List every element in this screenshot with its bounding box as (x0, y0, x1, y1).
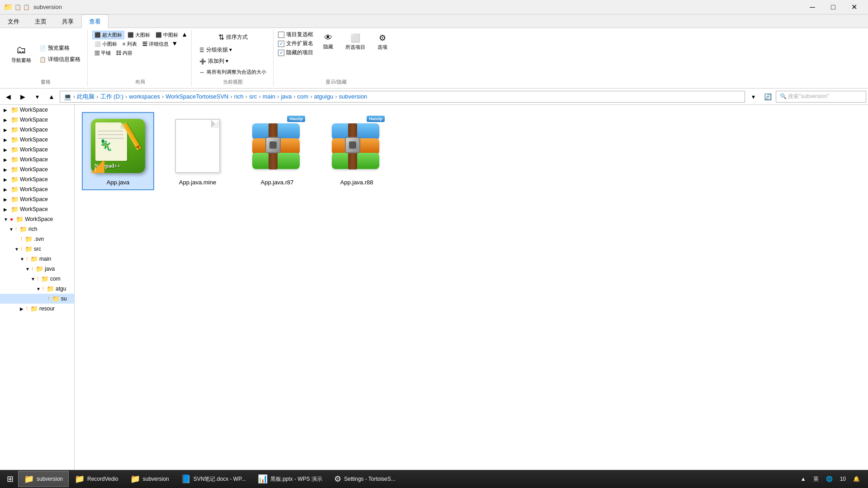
sidebar-item-rich[interactable]: ▼ ! 📁 rich (0, 224, 74, 234)
options-button[interactable]: ⚙ 选项 (371, 31, 394, 53)
hidden-items-option[interactable]: 隐藏的项目 (278, 49, 313, 56)
hide-button[interactable]: 👁 隐藏 (317, 31, 340, 52)
file-item-app-java-r87[interactable]: Haozip Ap (241, 112, 313, 190)
pane-group-label: 窗格 (41, 77, 51, 85)
taskbar-item-record[interactable]: 📁 RecordVedio (69, 471, 124, 487)
taskbar-item-subversion-2[interactable]: 📁 subversion (124, 471, 175, 487)
nav-pane-button[interactable]: 🗂 导航窗格 (7, 42, 35, 66)
arrow-icon: ▼ (36, 286, 42, 291)
sort-button[interactable]: ⇅ 排序方式 (196, 31, 269, 44)
path-main[interactable]: main (263, 93, 275, 100)
sidebar-item-src[interactable]: ▼ ! 📁 src (0, 244, 74, 254)
forward-button[interactable]: ▶ (16, 90, 29, 103)
title-bar-icons: 📁 📋 📋 (4, 3, 30, 11)
arrow-icon (42, 296, 47, 301)
arrow-icon: ▶ (20, 306, 25, 311)
title-bar: 📁 📋 📋 subversion ─ □ ✕ (0, 0, 868, 14)
tray-arrow[interactable]: ▲ (798, 476, 809, 482)
file-item-app-java[interactable]: 🦎 Notepad++ ! App.java (82, 112, 154, 190)
add-column-button[interactable]: ➕添加列 ▾ (196, 56, 269, 66)
sidebar-item-atguigu[interactable]: ▼ ! 📁 atgu (0, 284, 74, 294)
path-subversion[interactable]: subversion (339, 93, 367, 100)
view-tile[interactable]: ▦ 平铺 (92, 49, 113, 57)
arrow-icon: ▶ (4, 157, 9, 162)
folder-icon: 📁 (11, 176, 18, 183)
refresh-button[interactable]: 🔄 (761, 90, 774, 103)
sidebar-item-workspace-11[interactable]: ▶ 📁 WorkSpace (0, 204, 74, 214)
path-atguigu[interactable]: atguigu (314, 93, 333, 100)
tray-network[interactable]: 🌐 (823, 476, 835, 482)
view-list[interactable]: ≡ 列表 (120, 40, 139, 48)
path-workspace-svn[interactable]: WorkSpaceTortoiseSVN (165, 93, 228, 100)
view-details[interactable]: ☰ 详细信息 (140, 40, 171, 48)
search-box[interactable]: 🔍 搜索"subversion" (776, 91, 866, 103)
fit-columns-button[interactable]: ↔将所有列调整为合适的大小 (196, 67, 269, 77)
path-com[interactable]: com (297, 93, 309, 100)
tray-time[interactable]: 10 (837, 476, 849, 482)
taskbar-item-subversion-1[interactable]: 📁 subversion (18, 471, 69, 487)
folder-icon: 📁 (11, 136, 18, 143)
ribbon-tabs: 文件 主页 共享 查看 (0, 14, 868, 28)
file-icon-winrar-r87: Haozip (248, 117, 307, 175)
path-workspaces[interactable]: workspaces (129, 93, 160, 100)
selected-items-button[interactable]: ⬜ 所选项目 (343, 31, 368, 53)
sidebar-item-subversion[interactable]: ! 📁 su (0, 294, 74, 304)
tray-notification[interactable]: 🔔 (850, 476, 863, 482)
address-path[interactable]: 💻 › 此电脑 › 工作 (D:) › workspaces › WorkSpa… (60, 91, 745, 103)
sidebar-item-workspace-7[interactable]: ▶ 📁 WorkSpace (0, 164, 74, 174)
tray-ime[interactable]: 英 (811, 475, 821, 483)
file-ext-option[interactable]: 文件扩展名 (278, 40, 313, 47)
back-button[interactable]: ◀ (2, 90, 14, 103)
taskbar-item-svn-notes[interactable]: 📘 SVN笔记.docx - WP... (175, 471, 252, 487)
maximize-button[interactable]: □ (823, 0, 844, 14)
close-button[interactable]: ✕ (844, 0, 864, 14)
sidebar-item-workspace-4[interactable]: ▶ 📁 WorkSpace (0, 135, 74, 145)
up-button[interactable]: ▲ (45, 90, 58, 103)
sidebar-item-workspace-1[interactable]: ▶ 📁 WorkSpace (0, 105, 74, 115)
view-medium[interactable]: ⬛ 中图标 (153, 31, 180, 39)
details-pane-button[interactable]: 📋详细信息窗格 (36, 54, 84, 65)
sidebar-item-workspace-3[interactable]: ▶ 📁 WorkSpace (0, 125, 74, 135)
path-this-pc[interactable]: 此电脑 (77, 93, 94, 101)
sidebar-item-workspace-2[interactable]: ▶ 📁 WorkSpace (0, 115, 74, 125)
tab-home[interactable]: 主页 (27, 14, 54, 28)
path-rich[interactable]: rich (234, 93, 244, 100)
sidebar-item-workspace-6[interactable]: ▶ 📁 WorkSpace (0, 155, 74, 164)
file-item-app-java-mine[interactable]: App.java.mine (161, 112, 234, 190)
taskbar-item-settings[interactable]: ⚙ Settings - TortoiseS... (328, 471, 401, 487)
preview-pane-button[interactable]: 📄预览窗格 (36, 43, 84, 53)
view-small[interactable]: ⬜ 小图标 (92, 40, 119, 48)
sidebar-item-resources[interactable]: ▶ ! 📁 resour (0, 304, 74, 314)
taskbar-item-blackboard[interactable]: 📊 黑板.pptx - WPS 演示 (252, 471, 328, 487)
sidebar-item-workspace-5[interactable]: ▶ 📁 WorkSpace (0, 145, 74, 155)
tab-file[interactable]: 文件 (0, 14, 27, 28)
sidebar-item-workspace-10[interactable]: ▶ 📁 WorkSpace (0, 194, 74, 204)
sidebar-item-java[interactable]: ▼ ! 📁 java (0, 264, 74, 274)
sidebar-item-svn-hidden[interactable]: ! 📁 .svn (0, 234, 74, 244)
path-d-drive[interactable]: 工作 (D:) (100, 93, 123, 101)
view-content[interactable]: ☷ 内容 (114, 49, 135, 57)
view-large[interactable]: ⬛ 大图标 (125, 31, 152, 39)
sidebar-item-com[interactable]: ▼ ! 📁 com (0, 274, 74, 284)
minimize-button[interactable]: ─ (802, 0, 823, 14)
tab-view[interactable]: 查看 (81, 14, 108, 28)
sidebar-item-main[interactable]: ▼ ! 📁 main (0, 254, 74, 264)
address-dropdown-button[interactable]: ▾ (747, 90, 760, 103)
sidebar-item-workspace-9[interactable]: ▶ 📁 WorkSpace (0, 184, 74, 194)
ribbon-group-current-view: ⇅ 排序方式 ☰分组依据 ▾ ➕添加列 ▾ ↔将所有列调整为合适的大小 当前视图 (193, 30, 274, 86)
path-src[interactable]: src (249, 93, 257, 100)
view-extra-large[interactable]: ⬛ 超大图标 (92, 31, 124, 39)
tab-share[interactable]: 共享 (54, 14, 81, 28)
recent-button[interactable]: ▾ (31, 90, 43, 103)
sidebar-item-workspace-svn[interactable]: ▼ ● 📁 WorkSpace (0, 214, 74, 224)
sidebar-item-workspace-8[interactable]: ▶ 📁 WorkSpace (0, 174, 74, 184)
hidden-items-checkbox-icon (278, 50, 284, 56)
ribbon-group-show-hide: 项目复选框 文件扩展名 隐藏的项目 👁 隐藏 ⬜ (274, 30, 397, 86)
file-item-app-java-r88[interactable]: Haozip App.java.r88 (321, 112, 393, 190)
taskbar-label-4: SVN笔记.docx - WP... (193, 475, 246, 483)
path-java[interactable]: java (281, 93, 292, 100)
item-checkbox-option[interactable]: 项目复选框 (278, 31, 313, 38)
search-input[interactable] (829, 93, 862, 100)
group-by-button[interactable]: ☰分组依据 ▾ (196, 45, 269, 55)
start-button[interactable]: ⊞ (2, 471, 18, 487)
